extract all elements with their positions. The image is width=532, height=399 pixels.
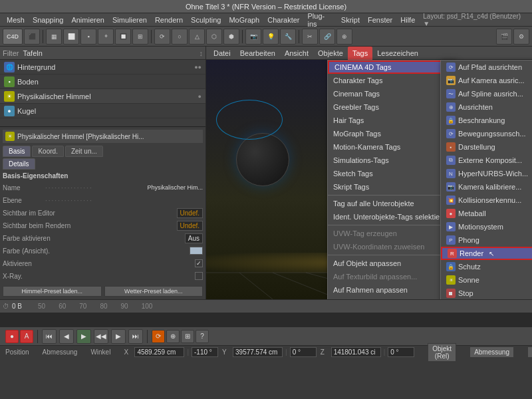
tags-menu-skript[interactable]: Skript Tags [328, 180, 456, 194]
toolbar-btn-11[interactable]: △ [189, 29, 205, 45]
sub-externe[interactable]: ⧉Externe Komposit... [441, 154, 532, 167]
toolbar-btn-5[interactable]: ▪ [80, 29, 96, 45]
toolbar-btn-16[interactable]: 🔧 [280, 29, 296, 45]
sub-hypernurbs[interactable]: NHyperNURBS-Wich... [441, 167, 532, 180]
sub-auf-spline[interactable]: 〜Auf Spline ausrich... [441, 87, 532, 100]
extra-btn1[interactable]: ⊕ [166, 330, 180, 343]
sub-metaball[interactable]: ●Metaball [441, 207, 532, 220]
sub-kollision[interactable]: 💥Kollisionserkennu... [441, 194, 532, 207]
next-frame-btn[interactable]: ▶ [111, 329, 126, 344]
timeline-track[interactable] [0, 313, 532, 327]
tags-menu-objekt-anpassen[interactable]: Auf Objekt anpassen [328, 257, 456, 270]
tags-menu-uvw-erzeugen[interactable]: UVW-Tag erzeugen [328, 227, 456, 240]
sub-auf-kamera[interactable]: 📷Auf Kamera ausric... [441, 74, 532, 87]
toolbar-btn-1[interactable]: C4D [3, 29, 23, 45]
aktivieren-checkbox[interactable]: ✓ [195, 259, 203, 267]
menu-skript[interactable]: Skript [337, 13, 364, 27]
toolbar-btn-4[interactable]: ⬜ [63, 29, 79, 45]
sub-stop[interactable]: ⏹Stop [441, 287, 532, 299]
goto-end-btn[interactable]: ⏭ [128, 329, 143, 344]
sub-schutz[interactable]: 🔒Schutz [441, 260, 532, 273]
tags-menu-motion-kamera[interactable]: Motion-Kamera Tags [328, 140, 456, 154]
vmenu-lesezeichen[interactable]: Lesezeichen [372, 47, 423, 60]
menu-mesh[interactable]: Mesh [3, 13, 29, 27]
record-btn[interactable]: ● [5, 330, 19, 343]
sub-motionsystem[interactable]: ▶Motionsystem [441, 220, 532, 233]
tab-koord[interactable]: Koord. [32, 146, 63, 157]
vmenu-datei[interactable]: Datei [209, 47, 235, 60]
toolbar-btn-13[interactable]: ⬢ [223, 29, 239, 45]
y-angle[interactable] [290, 347, 317, 357]
menu-charakter[interactable]: Charakter [263, 13, 303, 27]
list-item-hintergrund[interactable]: 🌐 Hintergrund ●● [0, 60, 205, 74]
x-input[interactable] [134, 347, 184, 357]
sub-bewegung[interactable]: ⟳Bewegungssunsch... [441, 127, 532, 140]
wetter-preset-btn[interactable]: Wetter-Preset laden... [104, 286, 203, 297]
tags-menu-objekt-achse[interactable]: Auf Objekt-Achse anpassen [328, 297, 456, 299]
menu-plugins[interactable]: Plug-ins [304, 13, 337, 27]
tafeln-label[interactable]: Tafeln [23, 49, 42, 57]
tab-details[interactable]: Details [3, 158, 35, 170]
toolbar-btn-10[interactable]: ○ [172, 29, 188, 45]
toolbar-btn-19[interactable]: ⊕ [336, 29, 352, 45]
toolbar-btn-14[interactable]: 📷 [245, 29, 261, 45]
toolbar-btn-18[interactable]: 🔗 [319, 29, 335, 45]
list-item-boden[interactable]: ▪ Boden [0, 74, 205, 89]
play-btn[interactable]: ▶ [76, 329, 91, 344]
menu-mograph[interactable]: MoGraph [225, 13, 263, 27]
tags-menu-mograph[interactable]: MoGraph Tags [328, 127, 456, 140]
tags-menu-charakter[interactable]: Charakter Tags [328, 74, 456, 87]
menu-rendern[interactable]: Rendern [151, 13, 187, 27]
color-swatch[interactable] [190, 247, 203, 255]
toolbar-btn-15[interactable]: 💡 [263, 29, 279, 45]
tags-menu-c4d-tags[interactable]: CINEMA 4D Tags ▶ [328, 61, 456, 74]
toolbar-btn-7[interactable]: 🔲 [115, 29, 131, 45]
play-rev-btn[interactable]: ◀◀ [94, 329, 108, 344]
vmenu-bearbeiten[interactable]: Bearbeiten [235, 47, 280, 60]
sub-kamera-kali[interactable]: 📷Kamera kalibriere... [441, 180, 532, 194]
anwenden-btn[interactable]: Anwenden [527, 346, 532, 358]
objekt-rel-btn[interactable]: Objekt (Rel) [428, 343, 456, 362]
toolbar-btn-6[interactable]: ⌖ [98, 29, 114, 45]
vmenu-objekte[interactable]: Objekte [313, 47, 348, 60]
list-item-physhimmel[interactable]: ☀ Physikalischer Himmel ● [0, 89, 205, 104]
tags-menu-ident[interactable]: Ident. Unterobjekte-Tags selektieren [328, 210, 456, 223]
tab-zeitun[interactable]: Zeit un... [65, 146, 103, 157]
prev-frame-btn[interactable]: ◀ [59, 329, 74, 344]
sub-phong[interactable]: PPhong [441, 233, 532, 247]
xray-checkbox[interactable] [195, 272, 203, 280]
tags-menu-cineman[interactable]: Cineman Tags [328, 87, 456, 100]
himmel-preset-btn[interactable]: Himmel-Preset laden... [3, 286, 102, 297]
extra-btn3[interactable]: ? [196, 330, 209, 343]
menu-animieren[interactable]: Animieren [67, 13, 108, 27]
vmenu-tags[interactable]: Tags [348, 47, 372, 60]
abmessung-btn[interactable]: Abmessung [469, 346, 514, 358]
sub-auf-pfad[interactable]: ⟳Auf Pfad ausrichten [441, 61, 532, 74]
tags-menu-tag-alle[interactable]: Tag auf alle Unterobjekte [328, 197, 456, 210]
sub-ausrichten[interactable]: ⊕Ausrichten [441, 100, 532, 114]
x-angle[interactable] [192, 347, 218, 357]
tags-menu-rahmen-anpassen[interactable]: Auf Rahmen anpassen [328, 283, 456, 297]
toolbar-btn-12[interactable]: ⬡ [206, 29, 222, 45]
vmenu-ansicht[interactable]: Ansicht [280, 47, 313, 60]
tab-basis[interactable]: Basis [3, 146, 31, 157]
tags-menu-greebler[interactable]: Greebler Tags [328, 100, 456, 114]
tags-menu-hair[interactable]: Hair Tags [328, 114, 456, 127]
z-input[interactable] [331, 347, 381, 357]
goto-start-btn[interactable]: ⏮ [42, 329, 57, 344]
sub-darstellung[interactable]: ▪Darstellung [441, 140, 532, 154]
sub-sonne[interactable]: ☀Sonne [441, 273, 532, 287]
tags-menu-sketch[interactable]: Sketch Tags [328, 167, 456, 180]
toolbar-btn-8[interactable]: ⊞ [132, 29, 148, 45]
render-icon[interactable]: 🎬 [496, 29, 512, 45]
y-input[interactable] [233, 347, 283, 357]
extra-btn2[interactable]: ⊞ [181, 330, 194, 343]
menu-hilfe[interactable]: Hilfe [396, 13, 419, 27]
tags-menu-texturbild-anpassen[interactable]: Auf Texturbild anpassen... [328, 270, 456, 283]
menu-snapping[interactable]: Snapping [29, 13, 68, 27]
menu-simulieren[interactable]: Simulieren [108, 13, 151, 27]
tags-menu-simulations[interactable]: Simulations-Tags [328, 154, 456, 167]
menu-sculpting[interactable]: Sculpting [187, 13, 225, 27]
list-item-kugel[interactable]: ● Kugel [0, 104, 205, 118]
autokey-btn[interactable]: A [20, 330, 33, 343]
